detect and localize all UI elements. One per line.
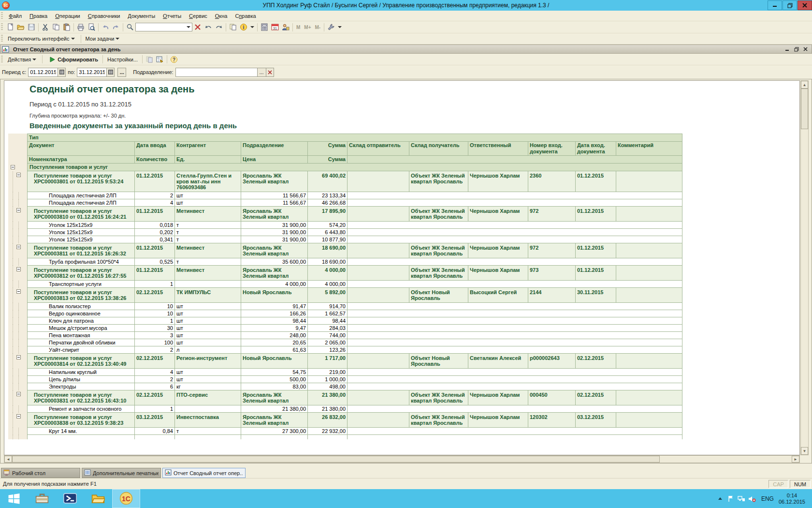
calendar-picker-button[interactable] [107, 68, 115, 77]
mdi-restore-button[interactable] [792, 46, 800, 53]
menu-документы[interactable]: Документы [124, 12, 159, 20]
department-input[interactable] [175, 68, 258, 77]
undo-icon[interactable] [100, 22, 111, 32]
collapse-group-icon[interactable] [16, 173, 21, 177]
window-tab-3[interactable]: Отчет Сводный отчет опер... [162, 468, 246, 478]
period-settings-button[interactable]: ... [117, 68, 126, 77]
actions-menu-button[interactable]: Действия [5, 55, 41, 64]
calculator-icon[interactable] [259, 22, 270, 32]
restore-button[interactable] [783, 0, 797, 10]
item-name-cell: Уголок 125х125х9 [28, 229, 135, 236]
collapse-group-icon[interactable] [16, 392, 21, 396]
redo-icon[interactable] [111, 22, 121, 32]
toolbar-grip [1, 35, 3, 43]
menu-отчеты[interactable]: Отчеты [159, 12, 185, 20]
report-window-titlebar: Отчет Сводный отчет оператора за день [0, 45, 812, 54]
doc-warehouse-to-cell: Объект Новый Ярославль [409, 288, 468, 303]
language-indicator[interactable]: ENG [761, 495, 774, 502]
item-sum-cell: 744,00 [308, 332, 348, 339]
window-tab-1[interactable]: Рабочий стол [1, 468, 80, 478]
department-clear-button[interactable] [266, 68, 274, 77]
paste-icon[interactable] [61, 22, 72, 32]
clear-red-x-icon[interactable] [192, 22, 203, 32]
print-icon[interactable] [75, 22, 86, 32]
calendar-picker-button[interactable] [58, 68, 66, 77]
toolbar-separator [123, 23, 123, 31]
vertical-scrollbar-thumb[interactable] [801, 89, 808, 129]
scroll-up-icon[interactable]: ▲ [801, 81, 808, 89]
item-sum-cell: 1 000,00 [308, 376, 348, 383]
action-center-flag-icon[interactable] [725, 495, 736, 503]
settings-button[interactable]: Настройки... [104, 55, 141, 64]
menu-правка[interactable]: Правка [26, 12, 51, 20]
doc-responsible-cell: Чернышов Харлам [468, 413, 528, 428]
taskbar-server-manager-button[interactable] [28, 489, 56, 508]
collapse-group-icon[interactable] [16, 267, 21, 271]
cut-icon[interactable] [40, 22, 51, 32]
close-button[interactable] [798, 0, 812, 10]
copy-icon[interactable] [51, 22, 61, 32]
switch-interface-button[interactable]: Переключить интерфейс [5, 34, 79, 43]
duplicate-icon[interactable] [228, 22, 238, 32]
chevron-down-icon[interactable] [250, 26, 254, 28]
menu-окна[interactable]: Окна [211, 12, 232, 20]
find-backward-icon[interactable] [203, 22, 214, 32]
memory-button-m-[interactable]: M- [313, 24, 323, 31]
start-button[interactable] [0, 489, 28, 508]
taskbar-powershell-button[interactable] [56, 489, 84, 508]
doc-department-cell: Новый Ярославль [241, 354, 308, 369]
collapse-group-icon[interactable] [16, 208, 21, 212]
export-table-icon[interactable] [155, 54, 165, 64]
calendar-icon[interactable]: 31 [270, 22, 280, 32]
mdi-minimize-button[interactable] [783, 46, 791, 53]
collapse-group-icon[interactable] [16, 245, 21, 249]
menu-сервис[interactable]: Сервис [185, 12, 211, 20]
generate-button[interactable]: Сформировать [44, 53, 101, 66]
find-forward-icon[interactable] [214, 22, 224, 32]
help-icon[interactable]: ? [169, 54, 179, 64]
period-from-input[interactable] [28, 68, 58, 77]
horizontal-scrollbar[interactable]: ◄ ► [4, 455, 800, 463]
taskbar-1c-enterprise-button[interactable]: 1С [112, 489, 140, 508]
scroll-left-icon[interactable]: ◄ [4, 456, 12, 463]
my-tasks-button[interactable]: Мои задачи [83, 34, 124, 43]
scroll-down-icon[interactable]: ▼ [801, 447, 808, 455]
volume-muted-icon[interactable] [747, 495, 757, 503]
taskbar-file-explorer-button[interactable] [84, 489, 112, 508]
department-select-button[interactable]: ... [258, 68, 266, 77]
quick-search-input[interactable] [136, 24, 185, 30]
collapse-group-icon[interactable] [16, 289, 21, 294]
horizontal-scrollbar-thumb[interactable] [12, 456, 660, 463]
menu-файл[interactable]: Файл [5, 12, 26, 20]
menu-справочники[interactable]: Справочники [84, 12, 124, 20]
hidden-icons-chevron-icon[interactable] [715, 496, 725, 502]
item-clipped-cell [308, 435, 348, 439]
period-to-input[interactable] [77, 68, 107, 77]
open-folder-icon[interactable] [15, 22, 26, 32]
window-tab-2[interactable]: Дополнительные печатные... [82, 468, 161, 478]
save-icon[interactable] [26, 22, 37, 32]
chevron-down-icon[interactable] [338, 26, 342, 28]
collapse-group-icon[interactable] [11, 165, 15, 169]
new-document-icon[interactable] [5, 22, 15, 32]
quick-search-combobox[interactable] [135, 23, 192, 31]
taskbar-clock[interactable]: 0:14 06.12.2015 [779, 493, 805, 505]
menu-справка[interactable]: Справка [231, 12, 260, 20]
print-preview-icon[interactable] [86, 22, 97, 32]
save-report-icon[interactable] [144, 54, 155, 64]
search-icon[interactable] [125, 22, 135, 32]
mdi-close-button[interactable] [801, 46, 810, 53]
services-wrench-icon[interactable] [326, 22, 336, 32]
info-icon[interactable]: i [238, 22, 249, 32]
memory-button-m+[interactable]: M+ [302, 24, 313, 31]
users-icon[interactable] [280, 22, 291, 32]
collapse-group-icon[interactable] [16, 414, 21, 418]
vertical-scrollbar[interactable]: ▲ ▼ [800, 80, 809, 455]
item-price-cell: 4 000,00 [241, 281, 308, 288]
minimize-button[interactable] [768, 0, 782, 10]
memory-button-m[interactable]: M [294, 24, 302, 31]
collapse-group-icon[interactable] [16, 355, 21, 359]
network-icon[interactable] [736, 495, 747, 503]
scroll-right-icon[interactable]: ► [792, 456, 799, 463]
menu-операции[interactable]: Операции [51, 12, 84, 20]
